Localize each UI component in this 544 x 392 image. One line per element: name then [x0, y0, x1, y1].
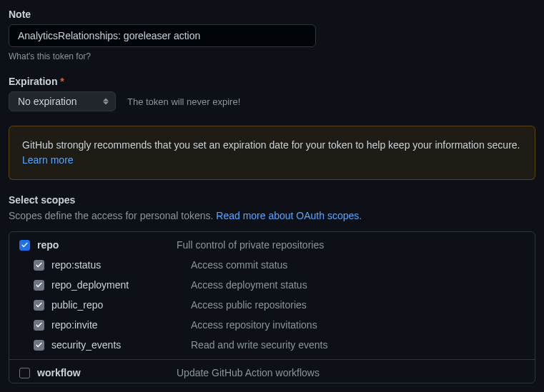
scopes-list: repo Full control of private repositorie…	[9, 231, 535, 383]
check-icon	[35, 261, 43, 269]
scope-checkbox-workflow[interactable]	[19, 368, 30, 378]
scope-checkbox-public-repo[interactable]	[34, 300, 44, 311]
scope-checkbox-repo-invite[interactable]	[34, 320, 44, 331]
expiration-section: Expiration * No expiration The token wil…	[9, 76, 535, 111]
scope-checkbox-repo-deployment[interactable]	[34, 280, 44, 291]
scope-name: repo:invite	[51, 319, 98, 331]
scope-row-repo-deployment: repo_deployment Access deployment status	[9, 275, 535, 295]
expiration-warning-alert: GitHub strongly recommends that you set …	[9, 126, 535, 180]
scope-desc: Access commit status	[191, 259, 287, 271]
scope-name: repo:status	[51, 259, 101, 271]
note-help-text: What's this token for?	[9, 51, 535, 61]
scope-checkbox-repo-status[interactable]	[34, 260, 44, 271]
note-section: Note What's this token for?	[9, 9, 535, 61]
check-icon	[35, 321, 43, 329]
scope-name: public_repo	[51, 299, 103, 311]
scope-desc: Access repository invitations	[191, 319, 317, 331]
scope-name: repo	[37, 239, 59, 251]
check-icon	[35, 301, 43, 309]
scope-row-repo-status: repo:status Access commit status	[9, 255, 535, 275]
note-label: Note	[9, 9, 535, 20]
learn-more-link[interactable]: Learn more	[22, 154, 74, 166]
expiration-select[interactable]: No expiration	[9, 91, 116, 111]
updown-caret-icon	[103, 99, 109, 105]
check-icon	[35, 341, 43, 349]
select-scopes-heading: Select scopes	[9, 194, 535, 206]
check-icon	[35, 281, 43, 289]
expiration-label: Expiration *	[9, 76, 535, 87]
scope-row-repo-invite: repo:invite Access repository invitation…	[9, 315, 535, 335]
scope-desc: Read and write security events	[191, 339, 327, 351]
expiration-select-button[interactable]: No expiration	[9, 91, 116, 111]
scope-row-workflow: workflow Update GitHub Action workflows	[9, 359, 535, 383]
note-input[interactable]	[9, 24, 316, 47]
scope-desc: Access public repositories	[191, 299, 307, 311]
scope-row-repo: repo Full control of private repositorie…	[9, 232, 535, 255]
expiration-info-text: The token will never expire!	[127, 96, 240, 107]
scope-checkbox-repo[interactable]	[19, 240, 30, 251]
scope-desc: Access deployment status	[191, 279, 307, 291]
scope-name: repo_deployment	[51, 279, 129, 291]
scope-desc: Full control of private repositories	[177, 239, 324, 251]
scope-row-public-repo: public_repo Access public repositories	[9, 295, 535, 315]
scope-name: security_events	[51, 339, 121, 351]
required-star-icon: *	[60, 76, 64, 87]
scopes-description: Scopes define the access for personal to…	[9, 210, 535, 221]
oauth-scopes-link[interactable]: Read more about OAuth scopes	[216, 210, 359, 221]
scope-name: workflow	[37, 367, 81, 378]
scope-row-security-events: security_events Read and write security …	[9, 335, 535, 355]
scope-checkbox-security-events[interactable]	[34, 340, 44, 351]
scopes-section: Select scopes Scopes define the access f…	[9, 194, 535, 383]
scope-desc: Update GitHub Action workflows	[177, 367, 320, 378]
check-icon	[21, 241, 29, 249]
alert-text: GitHub strongly recommends that you set …	[22, 139, 520, 151]
